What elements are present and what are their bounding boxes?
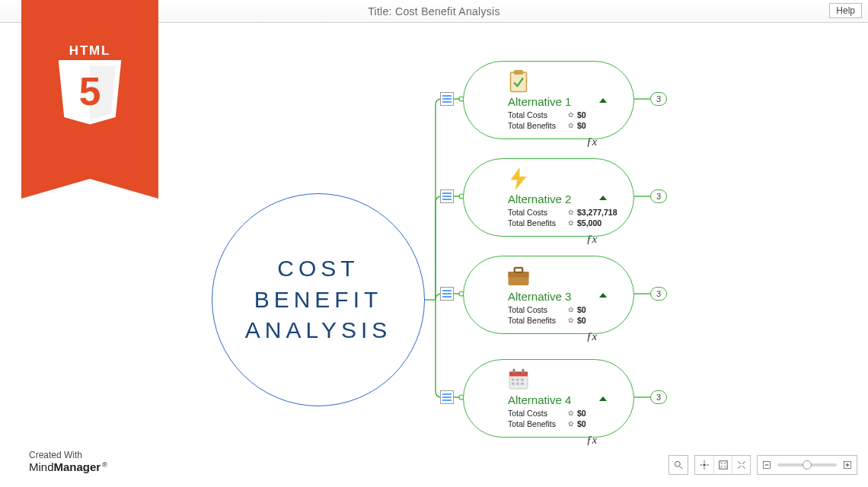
central-line-2: BENEFIT [254, 287, 383, 312]
row-total-costs: Total Costs✿ $0 [508, 110, 620, 120]
svg-rect-8 [511, 72, 527, 92]
clipboard-icon [505, 68, 532, 95]
central-topic[interactable]: COST BENEFIT ANALYSIS [212, 193, 425, 406]
svg-marker-10 [599, 98, 607, 103]
svg-rect-15 [515, 268, 523, 272]
child-count-badge[interactable]: 3 [650, 92, 667, 106]
notes-icon[interactable] [440, 189, 454, 203]
svg-rect-25 [516, 383, 519, 385]
notes-icon[interactable] [440, 390, 454, 404]
svg-rect-22 [516, 379, 519, 381]
node-alternative-3[interactable]: Alternative 3 Total Costs✿ $0 Total Bene… [463, 256, 634, 334]
svg-rect-9 [514, 70, 523, 75]
formula-icon[interactable]: ƒx [586, 233, 597, 246]
notes-icon[interactable] [440, 287, 454, 301]
node-alternative-1[interactable]: Alternative 1 Total Costs✿ $0 Total Bene… [463, 61, 634, 139]
svg-marker-16 [599, 293, 607, 298]
child-count-badge[interactable]: 3 [650, 390, 667, 404]
formula-icon[interactable]: ƒx [586, 135, 597, 148]
child-count-badge[interactable]: 3 [650, 189, 667, 203]
node-alternative-2[interactable]: Alternative 2 Total Costs✿ $3,277,718 To… [463, 158, 634, 237]
central-line-1: COST [277, 256, 359, 281]
svg-rect-26 [521, 383, 524, 385]
svg-rect-18 [509, 372, 528, 377]
row-total-benefits: Total Benefits✿ $0 [508, 120, 620, 131]
formula-icon[interactable]: ƒx [586, 330, 597, 343]
svg-marker-12 [599, 196, 607, 200]
calendar-icon [505, 366, 532, 393]
svg-rect-23 [521, 379, 524, 381]
svg-text:5: 5 [79, 68, 101, 113]
row-total-benefits: Total Benefits✿ $0 [508, 315, 620, 326]
collapse-icon[interactable] [599, 392, 607, 406]
row-total-costs: Total Costs✿ $0 [508, 304, 620, 315]
svg-marker-11 [511, 167, 527, 190]
row-total-costs: Total Costs✿ $3,277,718 [508, 207, 620, 218]
collapse-icon[interactable] [599, 94, 607, 107]
child-count-badge[interactable]: 3 [650, 287, 667, 301]
central-line-3: ANALYSIS [245, 317, 392, 342]
bolt-icon [505, 165, 532, 193]
html5-ribbon: HTML 5 [21, 0, 158, 179]
svg-rect-20 [522, 369, 525, 374]
row-total-benefits: Total Benefits✿ $0 [508, 419, 620, 429]
svg-rect-21 [512, 379, 515, 381]
formula-icon[interactable]: ƒx [586, 434, 597, 447]
svg-rect-19 [513, 369, 515, 374]
row-total-benefits: Total Benefits✿ $5,000 [508, 218, 620, 228]
html5-icon: HTML 5 [44, 44, 136, 135]
svg-marker-27 [599, 396, 607, 401]
node-alternative-4[interactable]: Alternative 4 Total Costs✿ $0 Total Bene… [463, 359, 634, 438]
svg-rect-24 [512, 383, 515, 385]
collapse-icon[interactable] [599, 191, 607, 205]
row-total-costs: Total Costs✿ $0 [508, 408, 620, 419]
help-button[interactable]: Help [829, 3, 862, 18]
briefcase-icon [505, 263, 532, 290]
svg-text:HTML: HTML [69, 44, 110, 58]
notes-icon[interactable] [440, 92, 454, 106]
collapse-icon[interactable] [599, 288, 607, 302]
